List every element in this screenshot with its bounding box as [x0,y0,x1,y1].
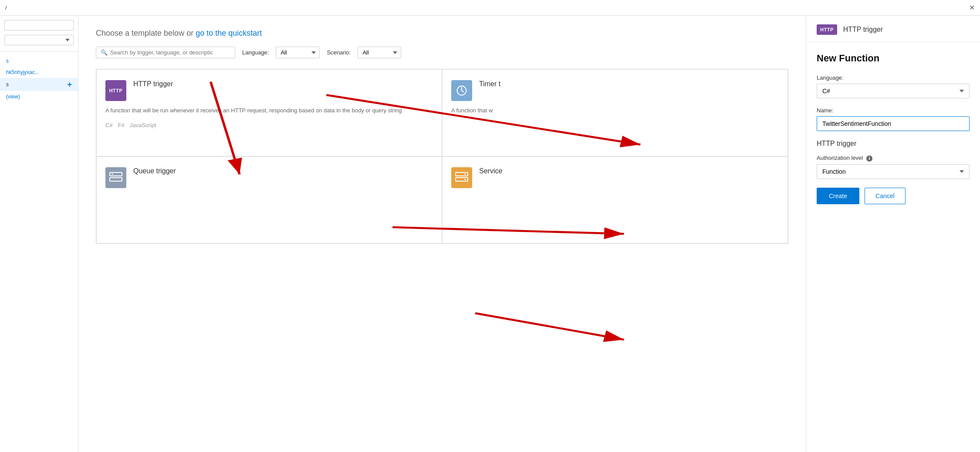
scenario-filter-select[interactable]: All [358,47,401,58]
info-icon: ℹ [866,155,872,162]
service-card-header: Service [451,167,779,188]
sidebar-dropdown[interactable] [4,35,74,45]
title-bar-title: / [5,4,7,11]
search-filter-row: 🔍 Language: All C# F# JavaScript Scenari… [96,47,788,58]
sidebar-add-button[interactable]: + [67,81,72,88]
language-filter-select[interactable]: All C# F# JavaScript [276,47,320,58]
language-select[interactable]: C# F# JavaScript [817,84,970,98]
sidebar-add-row: s + [0,78,78,91]
name-field: Name: [817,107,970,131]
service-svg [455,172,469,184]
title-bar: / ✕ [0,0,980,16]
sidebar-add-label: s [6,81,9,88]
lang-fsharp: F# [118,122,125,128]
queue-trigger-icon [105,167,126,188]
http-trigger-title: HTTP trigger [133,80,173,88]
auth-level-select[interactable]: Function Anonymous Admin [817,164,970,179]
lang-js: JavaScript [130,122,156,128]
cards-grid: HTTP HTTP trigger A function that will b… [96,69,788,244]
timer-trigger-title: Timer t [479,80,500,88]
panel-header-title: HTTP trigger [843,26,883,34]
panel-section-title: New Function [817,53,970,64]
timer-card-header: Timer t [451,80,779,101]
close-icon[interactable]: ✕ [969,3,975,12]
sidebar-item-s[interactable]: s [0,55,78,67]
queue-card-header: Queue trigger [105,167,433,188]
right-panel: HTTP HTTP trigger New Function Language:… [806,16,980,452]
sidebar: s hk5nhyjyxac... s + (view) [0,16,78,452]
function-name-input[interactable] [817,116,970,131]
http-trigger-section-title: HTTP trigger [817,140,970,148]
http-trigger-languages: C# F# JavaScript [105,122,433,128]
http-trigger-section: HTTP trigger Authorization level ℹ Funct… [817,140,970,179]
sidebar-search-input[interactable] [4,20,74,30]
auth-level-label: Authorization level ℹ [817,155,970,162]
service-icon [451,167,472,188]
service-card[interactable]: Service [442,156,788,243]
language-filter-label: Language: [242,49,269,56]
sidebar-preview[interactable]: (view) [0,91,78,102]
card-header: HTTP HTTP trigger [105,80,433,101]
sidebar-divider [0,51,78,52]
name-field-label: Name: [817,107,970,114]
timer-trigger-description: A function that w [451,106,779,115]
svg-rect-5 [110,178,122,181]
search-icon: 🔍 [101,49,108,56]
queue-trigger-title: Queue trigger [133,167,176,175]
queue-trigger-card[interactable]: Queue trigger [96,156,442,243]
language-field: Language: C# F# JavaScript [817,74,970,98]
template-search-input[interactable] [110,49,230,56]
scenario-filter-label: Scenario: [327,49,351,56]
panel-header: HTTP HTTP trigger [806,16,980,42]
sidebar-item-resource[interactable]: hk5nhyjyxac... [0,67,78,78]
lang-csharp: C# [105,122,113,128]
cancel-button[interactable]: Cancel [865,188,906,204]
template-heading: Choose a template below or go to the qui… [96,29,788,38]
http-trigger-description: A function that will be run whenever it … [105,106,433,115]
panel-buttons: Create Cancel [817,188,970,204]
timer-trigger-card[interactable]: Timer t A function that w [442,69,788,156]
create-button[interactable]: Create [817,188,859,204]
language-field-label: Language: [817,74,970,81]
queue-svg [109,172,123,184]
http-trigger-icon: HTTP [105,80,126,101]
http-trigger-card[interactable]: HTTP HTTP trigger A function that will b… [96,69,442,156]
main-content: Choose a template below or go to the qui… [78,16,806,452]
clock-svg [454,83,470,98]
http-icon-label: HTTP [109,88,123,93]
http-badge: HTTP [817,24,837,35]
panel-body: New Function Language: C# F# JavaScript … [806,42,980,215]
search-box: 🔍 [96,47,235,58]
timer-trigger-icon [451,80,472,101]
service-title: Service [479,167,502,175]
quickstart-link[interactable]: go to the quickstart [196,29,262,37]
